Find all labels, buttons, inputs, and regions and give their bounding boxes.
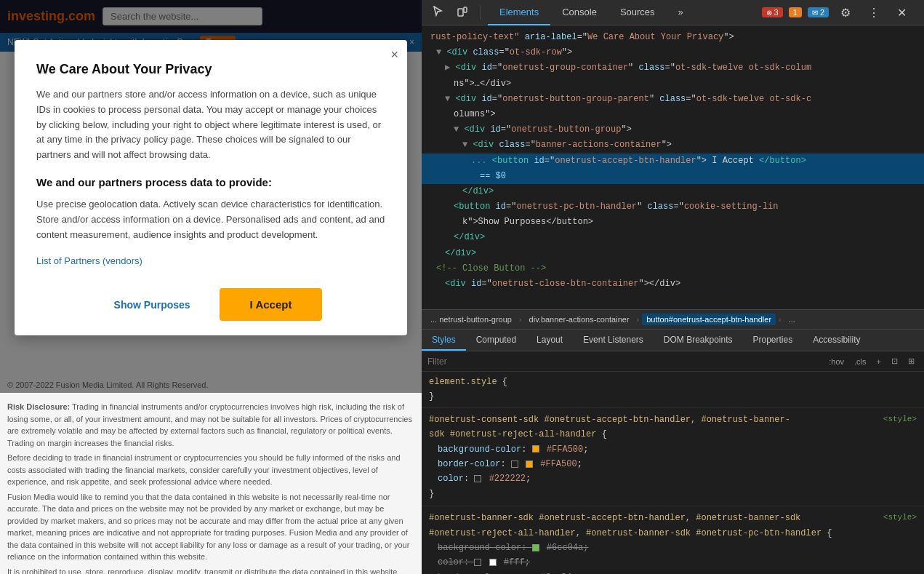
color-swatch-6cc04a[interactable] <box>532 544 539 551</box>
tab-styles[interactable]: Styles <box>422 330 466 351</box>
color-swatch-transparent <box>474 559 481 566</box>
toolbar-divider <box>480 5 481 20</box>
tab-computed[interactable]: Computed <box>466 330 526 351</box>
settings-icon[interactable]: ⚙ <box>835 3 856 23</box>
tab-console[interactable]: Console <box>550 0 608 25</box>
privacy-modal: × We Care About Your Privacy We and our … <box>15 40 407 335</box>
modal-actions: Show Purposes I Accept <box>36 281 385 321</box>
warning-badge[interactable]: 1 <box>789 7 802 17</box>
html-line-selected[interactable]: ... <button id="onetrust-accept-btn-hand… <box>422 154 924 169</box>
color-swatch-ffa500-border <box>526 461 533 468</box>
tab-dom-breakpoints[interactable]: DOM Breakpoints <box>654 330 743 351</box>
html-line: ▼ <div id="onetrust-button-group"> <box>422 122 924 137</box>
html-line: rust-policy-text" aria-label="We Care Ab… <box>422 30 924 45</box>
tab-elements[interactable]: Elements <box>488 0 550 25</box>
device-mode-icon[interactable] <box>452 3 473 23</box>
close-devtools-icon[interactable]: ✕ <box>891 3 912 23</box>
html-line: ▼ <div class="ot-sdk-row"> <box>422 45 924 60</box>
css-rule-1: <style> #onetrust-consent-sdk #onetrust-… <box>422 408 924 506</box>
modal-close-icon[interactable]: × <box>390 47 398 63</box>
html-line: <button id="onetrust-pc-btn-handler" cla… <box>422 199 924 215</box>
modal-overlay: × We Care About Your Privacy We and our … <box>0 0 422 393</box>
html-line: </div> <box>422 230 924 245</box>
css-source-ref-1[interactable]: <style> <box>883 412 917 426</box>
tab-layout[interactable]: Layout <box>526 330 573 351</box>
tab-more[interactable]: » <box>667 0 695 25</box>
styles-filter-input[interactable] <box>427 356 821 367</box>
breadcrumb-item-1[interactable]: div.banner-actions-container <box>525 314 634 325</box>
html-line: <div id="onetrust-close-btn-container"><… <box>422 276 924 292</box>
html-line: ▼ <div class="banner-actions-container"> <box>422 137 924 153</box>
html-panel: rust-policy-text" aria-label="We Care Ab… <box>422 25 924 309</box>
left-pane: investing.com NEW! Get Actionable Insigh… <box>0 0 422 574</box>
breadcrumb-item-0[interactable]: ... netrust-button-group <box>426 314 516 325</box>
html-line: ▶ <div id="onetrust-group-container" cla… <box>422 60 924 76</box>
color-swatch-border-ffa500[interactable] <box>511 461 518 468</box>
accept-button[interactable]: I Accept <box>220 288 323 321</box>
devtools-main-tabs: Elements Console Sources » <box>488 0 695 25</box>
filter-actions: :hov .cls + ⊡ ⊞ <box>825 355 918 367</box>
breadcrumb-item-3[interactable]: ... <box>784 314 800 325</box>
modal-title: We Care About Your Privacy <box>36 62 385 77</box>
layout-btn[interactable]: ⊞ <box>904 355 918 367</box>
more-options-icon[interactable]: ⋮ <box>862 3 885 23</box>
tab-accessibility[interactable]: Accessibility <box>803 330 870 351</box>
tab-sources[interactable]: Sources <box>608 0 667 25</box>
error-badge[interactable]: ⊗ 3 <box>762 7 783 17</box>
color-swatch-ffa500[interactable] <box>532 445 539 453</box>
modal-para2: Use precise geolocation data. Actively s… <box>36 197 385 242</box>
cls-filter-btn[interactable]: .cls <box>851 356 870 367</box>
color-swatch-222222[interactable] <box>474 475 481 482</box>
svg-rect-1 <box>464 7 467 12</box>
filter-bar: :hov .cls + ⊡ ⊞ <box>422 351 924 372</box>
html-line: ▼ <div id="onetrust-button-group-parent"… <box>422 92 924 107</box>
styles-tabs: Styles Computed Layout Event Listeners D… <box>422 330 924 351</box>
devtools-panel: Elements Console Sources » ⊗ 3 1 ✉ 2 <box>422 0 924 574</box>
devtools-badges: ⊗ 3 1 ✉ 2 ⚙ ⋮ ✕ <box>762 3 918 23</box>
element-style-block: element.style { } <box>422 372 924 408</box>
show-purposes-button[interactable]: Show Purposes <box>100 292 205 318</box>
devtools-toolbar: Elements Console Sources » ⊗ 3 1 ✉ 2 <box>422 0 924 25</box>
modal-subtitle: We and our partners process data to prov… <box>36 176 385 188</box>
screenshot-styles-btn[interactable]: ⊡ <box>888 355 901 367</box>
html-line: olumns"> <box>422 107 924 122</box>
tab-properties[interactable]: Properties <box>743 330 803 351</box>
color-swatch-fff <box>489 559 497 566</box>
css-rule-2: <style> #onetrust-banner-sdk #onetrust-a… <box>422 506 924 574</box>
modal-para1: We and our partners store and/or access … <box>36 87 385 163</box>
breadcrumb-bar: ... netrust-button-group › div.banner-ac… <box>422 309 924 330</box>
html-line: <!-- Close Button --> <box>422 261 924 276</box>
investing-bottom: Risk Disclosure: Trading in financial in… <box>0 394 422 574</box>
info-badge[interactable]: ✉ 2 <box>808 7 829 17</box>
css-source-ref-2[interactable]: <style> <box>883 511 917 525</box>
styles-panel: Styles Computed Layout Event Listeners D… <box>422 330 924 574</box>
svg-rect-0 <box>458 9 463 16</box>
html-line: ns">…</div> <box>422 76 924 92</box>
add-style-btn[interactable]: + <box>873 356 885 367</box>
partners-link[interactable]: List of Partners (vendors) <box>36 255 142 266</box>
tab-event-listeners[interactable]: Event Listeners <box>573 330 654 351</box>
html-line: </div> <box>422 246 924 261</box>
risk-text: Risk Disclosure: Trading in financial in… <box>7 401 414 574</box>
inspector-cursor-icon[interactable] <box>427 3 448 23</box>
html-line: </div> <box>422 184 924 199</box>
hov-filter-btn[interactable]: :hov <box>825 356 848 367</box>
html-line: k">Show Purposes</button> <box>422 215 924 230</box>
breadcrumb-item-2[interactable]: button#onetrust-accept-btn-handler <box>642 314 776 325</box>
html-line: == $0 <box>422 169 924 184</box>
